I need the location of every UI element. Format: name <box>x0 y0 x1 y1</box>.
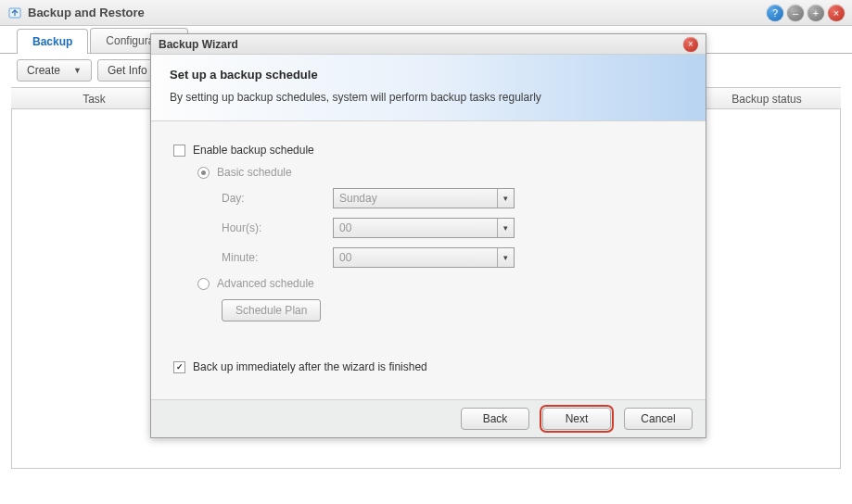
modal-heading: Set up a backup schedule <box>170 68 687 82</box>
advanced-schedule-radio[interactable] <box>197 278 210 290</box>
chevron-down-icon: ▾ <box>497 219 514 237</box>
modal-close-icon[interactable]: × <box>683 37 698 52</box>
row-basic-schedule: Basic schedule <box>173 166 683 179</box>
modal-header: Set up a backup schedule By setting up b… <box>151 55 706 121</box>
hour-label: Hour(s): <box>222 221 333 234</box>
hour-value: 00 <box>339 221 351 234</box>
row-enable-schedule: Enable backup schedule <box>173 144 683 157</box>
row-schedule-plan: Schedule Plan <box>173 299 683 321</box>
backup-immediately-label: Back up immediately after the wizard is … <box>193 360 427 373</box>
advanced-schedule-label: Advanced schedule <box>217 277 314 290</box>
window-title: Backup and Restore <box>28 6 767 19</box>
app-icon <box>7 6 22 20</box>
enable-schedule-label: Enable backup schedule <box>193 144 314 157</box>
create-button-label: Create <box>27 64 60 77</box>
row-day: Day: Sunday ▾ <box>173 188 683 208</box>
next-button[interactable]: Next <box>542 408 611 430</box>
window-buttons: ? – + × <box>767 5 845 21</box>
schedule-plan-button[interactable]: Schedule Plan <box>222 299 321 321</box>
help-icon[interactable]: ? <box>767 5 783 21</box>
modal-footer: Back Next Cancel <box>151 399 706 437</box>
create-button[interactable]: Create ▼ <box>17 59 92 82</box>
backup-immediately-checkbox[interactable] <box>173 361 185 373</box>
basic-schedule-radio[interactable] <box>197 167 210 179</box>
enable-schedule-checkbox[interactable] <box>173 145 185 157</box>
day-value: Sunday <box>339 192 377 205</box>
minimize-icon[interactable]: – <box>787 5 804 21</box>
cancel-button[interactable]: Cancel <box>624 408 693 430</box>
hour-select[interactable]: 00 ▾ <box>333 218 515 238</box>
row-minute: Minute: 00 ▾ <box>173 247 683 268</box>
col-backup-status: Backup status <box>693 88 841 108</box>
modal-body: Enable backup schedule Basic schedule Da… <box>151 121 706 399</box>
modal-title: Backup Wizard <box>159 38 683 51</box>
row-backup-immediately: Back up immediately after the wizard is … <box>173 360 683 373</box>
modal-description: By setting up backup schedules, system w… <box>170 91 687 104</box>
day-label: Day: <box>222 192 333 205</box>
chevron-down-icon: ▾ <box>497 189 514 208</box>
back-button[interactable]: Back <box>461 408 529 430</box>
row-hour: Hour(s): 00 ▾ <box>173 218 683 238</box>
basic-schedule-label: Basic schedule <box>217 166 292 179</box>
modal-titlebar: Backup Wizard × <box>151 34 706 55</box>
row-advanced-schedule: Advanced schedule <box>173 277 683 290</box>
maximize-icon[interactable]: + <box>807 5 824 21</box>
get-info-button[interactable]: Get Info <box>97 59 158 82</box>
close-icon[interactable]: × <box>828 5 845 21</box>
day-select[interactable]: Sunday ▾ <box>333 188 515 208</box>
minute-value: 00 <box>339 251 351 264</box>
get-info-button-label: Get Info <box>108 64 147 77</box>
chevron-down-icon: ▼ <box>73 66 82 75</box>
backup-wizard-modal: Backup Wizard × Set up a backup schedule… <box>150 33 706 438</box>
titlebar: Backup and Restore ? – + × <box>0 0 852 26</box>
minute-label: Minute: <box>222 251 333 264</box>
tab-backup[interactable]: Backup <box>17 29 88 54</box>
minute-select[interactable]: 00 ▾ <box>333 247 515 268</box>
chevron-down-icon: ▾ <box>497 248 514 267</box>
